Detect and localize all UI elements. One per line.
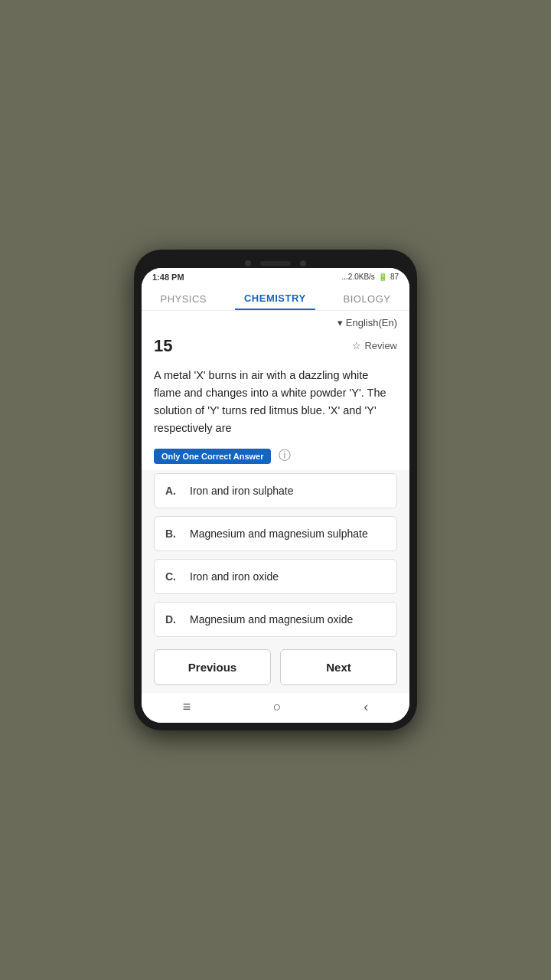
- star-icon: ☆: [352, 340, 361, 351]
- camera-area: [142, 257, 409, 268]
- tab-physics[interactable]: PHYSICS: [151, 289, 216, 309]
- chevron-down-icon: ▾: [337, 317, 343, 328]
- answer-type-badge: Only One Correct Answer: [154, 449, 271, 464]
- battery-level: 87: [390, 273, 399, 281]
- review-button[interactable]: ☆ Review: [352, 340, 397, 351]
- info-icon[interactable]: ⓘ: [279, 448, 291, 464]
- tab-biology[interactable]: BIOLOGY: [334, 289, 400, 309]
- menu-icon[interactable]: ≡: [183, 699, 191, 715]
- option-a-text: Iron and iron sulphate: [190, 485, 386, 497]
- language-row: ▾ English(En): [142, 311, 409, 332]
- option-d-text: Magnesium and magnesium oxide: [190, 613, 386, 626]
- question-body: A metal 'X' burns in air with a dazzling…: [154, 369, 386, 435]
- option-a[interactable]: A. Iron and iron sulphate: [154, 473, 397, 508]
- option-d-label: D.: [165, 613, 179, 626]
- language-selector[interactable]: ▾ English(En): [337, 317, 397, 328]
- speaker: [260, 261, 291, 266]
- status-time: 1:48 PM: [152, 273, 184, 282]
- back-icon[interactable]: ‹: [364, 699, 368, 715]
- status-bar: 1:48 PM ...2.0KB/s 🔋 87: [142, 268, 409, 283]
- camera-dot-2: [300, 260, 306, 266]
- next-button[interactable]: Next: [280, 649, 397, 685]
- status-right: ...2.0KB/s 🔋 87: [342, 273, 399, 281]
- badge-row: Only One Correct Answer ⓘ: [142, 445, 409, 470]
- option-d[interactable]: D. Magnesium and magnesium oxide: [154, 602, 397, 637]
- option-b-label: B.: [165, 528, 179, 540]
- question-number: 15: [154, 336, 172, 356]
- previous-button[interactable]: Previous: [154, 649, 271, 685]
- option-b[interactable]: B. Magnesium and magnesium sulphate: [154, 516, 397, 551]
- phone-screen: 1:48 PM ...2.0KB/s 🔋 87 PHYSICS CHEMISTR…: [142, 268, 409, 724]
- phone-frame: 1:48 PM ...2.0KB/s 🔋 87 PHYSICS CHEMISTR…: [134, 250, 417, 731]
- android-nav-bar: ≡ ○ ‹: [142, 693, 409, 723]
- language-label: English(En): [346, 317, 397, 328]
- battery-icon: 🔋: [378, 273, 387, 281]
- option-c-label: C.: [165, 570, 179, 583]
- option-c-text: Iron and iron oxide: [190, 570, 386, 583]
- review-label: Review: [364, 340, 397, 351]
- top-nav: PHYSICS CHEMISTRY BIOLOGY: [142, 283, 409, 311]
- nav-buttons: Previous Next: [142, 643, 409, 693]
- question-header: 15 ☆ Review: [142, 332, 409, 359]
- question-text: A metal 'X' burns in air with a dazzling…: [142, 359, 409, 446]
- network-info: ...2.0KB/s: [342, 273, 375, 281]
- camera-dot: [245, 260, 251, 266]
- option-b-text: Magnesium and magnesium sulphate: [190, 528, 386, 540]
- home-icon[interactable]: ○: [273, 699, 282, 715]
- option-a-label: A.: [165, 485, 179, 497]
- options-list: A. Iron and iron sulphate B. Magnesium a…: [142, 470, 409, 643]
- option-c[interactable]: C. Iron and iron oxide: [154, 559, 397, 594]
- tab-chemistry[interactable]: CHEMISTRY: [235, 288, 315, 310]
